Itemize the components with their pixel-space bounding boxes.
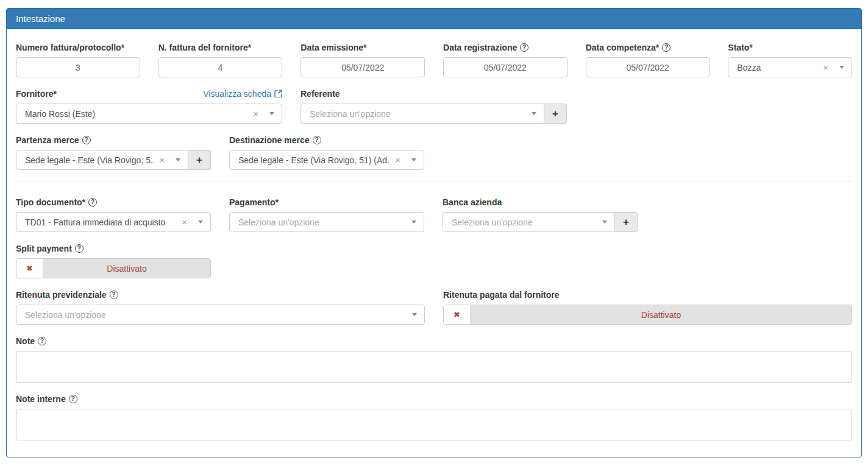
n-fattura-fornitore-input[interactable]	[158, 57, 283, 77]
referente-select[interactable]: Seleziona un'opzione	[301, 104, 544, 124]
row-split-payment: Split payment? ✖ Disattivato	[16, 243, 852, 278]
add-banca-azienda-button[interactable]: +	[615, 212, 638, 232]
help-icon[interactable]: ?	[75, 244, 84, 253]
data-competenza-input[interactable]	[586, 57, 710, 77]
field-referente: Referente Seleziona un'opzione +	[301, 88, 567, 124]
stato-select-value: Bozza	[737, 63, 818, 72]
add-referente-button[interactable]: +	[544, 104, 567, 124]
add-partenza-merce-button[interactable]: +	[188, 150, 211, 170]
chevron-down-icon	[176, 158, 180, 161]
clear-icon[interactable]: ×	[182, 217, 187, 227]
chevron-down-icon	[411, 158, 416, 161]
help-icon[interactable]: ?	[82, 136, 91, 144]
data-emissione-label: Data emissione*	[301, 43, 366, 52]
ritenuta-pagata-label: Ritenuta pagata dal fornitore	[443, 290, 560, 300]
field-data-competenza: Data competenza*?	[586, 42, 710, 77]
note-interne-label: Note interne?	[16, 394, 77, 404]
help-icon[interactable]: ?	[662, 43, 671, 52]
row-note: Note?	[16, 336, 852, 383]
row-header-data: Numero fattura/protocollo* N. fattura de…	[16, 42, 852, 77]
ritenuta-pagata-toggle-state: Disattivato	[471, 305, 852, 324]
row-note-interne: Note interne?	[16, 394, 852, 440]
fornitore-select-value: Mario Rossi (Este)	[25, 109, 248, 119]
field-fornitore: Fornitore* Visualizza scheda Mario Rossi…	[16, 88, 282, 124]
row-ritenute: Ritenuta previdenziale? Seleziona un'opz…	[16, 289, 852, 325]
field-stato: Stato* Bozza ×	[728, 42, 852, 77]
ritenuta-pagata-toggle[interactable]: ✖ Disattivato	[443, 305, 852, 325]
fornitore-select[interactable]: Mario Rossi (Este) ×	[16, 104, 282, 124]
clear-icon[interactable]: ×	[823, 63, 828, 72]
tipo-documento-label: Tipo documento*?	[16, 197, 97, 207]
field-data-registrazione: Data registrazione?	[443, 42, 567, 77]
field-banca-azienda: Banca azienda Seleziona un'opzione +	[443, 197, 638, 232]
destinazione-merce-select[interactable]: Sede legale - Este (Via Rovigo, 51) (Ad.…	[229, 150, 424, 170]
destinazione-merce-select-value: Sede legale - Este (Via Rovigo, 51) (Ad.…	[238, 155, 390, 165]
partenza-merce-select-value: Sede legale - Este (Via Rovigo, 5...	[25, 155, 154, 165]
tipo-documento-select[interactable]: TD01 - Fattura immediata di acquisto ×	[16, 212, 211, 232]
help-icon[interactable]: ?	[520, 43, 528, 52]
stato-select[interactable]: Bozza ×	[728, 57, 852, 77]
partenza-merce-select[interactable]: Sede legale - Este (Via Rovigo, 5... ×	[16, 150, 188, 170]
field-pagamento: Pagamento* Seleziona un'opzione	[229, 197, 424, 232]
data-registrazione-input[interactable]	[443, 57, 567, 77]
split-payment-toggle[interactable]: ✖ Disattivato	[16, 258, 211, 278]
numero-fattura-label: Numero fattura/protocollo*	[16, 43, 124, 52]
chevron-down-icon	[411, 221, 416, 224]
pagamento-select[interactable]: Seleziona un'opzione	[229, 212, 424, 232]
split-payment-toggle-state: Disattivato	[43, 259, 210, 278]
field-note-interne: Note interne?	[16, 394, 852, 440]
visualizza-scheda-link[interactable]: Visualizza scheda	[203, 89, 282, 99]
banca-azienda-label: Banca azienda	[443, 197, 502, 207]
numero-fattura-input[interactable]	[16, 57, 140, 77]
data-competenza-label: Data competenza*?	[586, 43, 671, 52]
row-documento-pagamento: Tipo documento*? TD01 - Fattura immediat…	[16, 197, 852, 232]
chevron-down-icon	[412, 313, 417, 316]
n-fattura-fornitore-label: N. fattura del fornitore*	[158, 43, 251, 52]
field-n-fattura-fornitore: N. fattura del fornitore*	[158, 42, 283, 77]
referente-select-placeholder: Seleziona un'opzione	[310, 109, 532, 119]
partenza-merce-label: Partenza merce?	[16, 135, 91, 145]
help-icon[interactable]: ?	[88, 198, 97, 207]
banca-azienda-select-placeholder: Seleziona un'opzione	[452, 217, 602, 227]
note-label: Note?	[16, 336, 46, 346]
toggle-off-x-icon[interactable]: ✖	[16, 259, 43, 278]
help-icon[interactable]: ?	[38, 337, 46, 345]
external-link-icon	[274, 90, 282, 97]
ritenuta-previdenziale-label: Ritenuta previdenziale?	[16, 290, 118, 300]
help-icon[interactable]: ?	[110, 291, 118, 299]
field-destinazione-merce: Destinazione merce? Sede legale - Este (…	[229, 135, 424, 170]
row-fornitore: Fornitore* Visualizza scheda Mario Rossi…	[16, 88, 852, 124]
data-emissione-input[interactable]	[301, 57, 425, 77]
note-textarea[interactable]	[16, 351, 852, 383]
clear-icon[interactable]: ×	[159, 155, 165, 164]
referente-label: Referente	[301, 89, 340, 99]
banca-azienda-select[interactable]: Seleziona un'opzione	[443, 212, 615, 232]
ritenuta-previdenziale-select[interactable]: Seleziona un'opzione	[16, 305, 425, 325]
field-note: Note?	[16, 336, 852, 383]
chevron-down-icon	[269, 112, 274, 115]
clear-icon[interactable]: ×	[253, 109, 258, 118]
help-icon[interactable]: ?	[313, 136, 321, 144]
field-ritenuta-pagata: Ritenuta pagata dal fornitore ✖ Disattiv…	[443, 289, 852, 325]
toggle-off-x-icon[interactable]: ✖	[444, 305, 471, 324]
field-partenza-merce: Partenza merce? Sede legale - Este (Via …	[16, 135, 211, 170]
section-divider	[16, 181, 852, 182]
chevron-down-icon	[602, 221, 607, 224]
field-ritenuta-previdenziale: Ritenuta previdenziale? Seleziona un'opz…	[16, 289, 425, 325]
clear-icon[interactable]: ×	[395, 155, 400, 164]
field-tipo-documento: Tipo documento*? TD01 - Fattura immediat…	[16, 197, 211, 232]
data-registrazione-label: Data registrazione?	[443, 43, 528, 52]
pagamento-select-placeholder: Seleziona un'opzione	[238, 217, 411, 227]
field-data-emissione: Data emissione*	[301, 42, 425, 77]
pagamento-label: Pagamento*	[229, 197, 279, 207]
field-numero-fattura: Numero fattura/protocollo*	[16, 42, 140, 77]
row-merce: Partenza merce? Sede legale - Este (Via …	[16, 135, 852, 170]
tipo-documento-select-value: TD01 - Fattura immediata di acquisto	[25, 217, 177, 227]
ritenuta-previdenziale-select-placeholder: Seleziona un'opzione	[25, 310, 412, 320]
note-interne-textarea[interactable]	[16, 409, 852, 440]
fornitore-label: Fornitore*	[16, 89, 57, 99]
chevron-down-icon	[839, 66, 844, 69]
destinazione-merce-label: Destinazione merce?	[229, 135, 321, 145]
help-icon[interactable]: ?	[69, 395, 77, 403]
chevron-down-icon	[532, 112, 536, 115]
